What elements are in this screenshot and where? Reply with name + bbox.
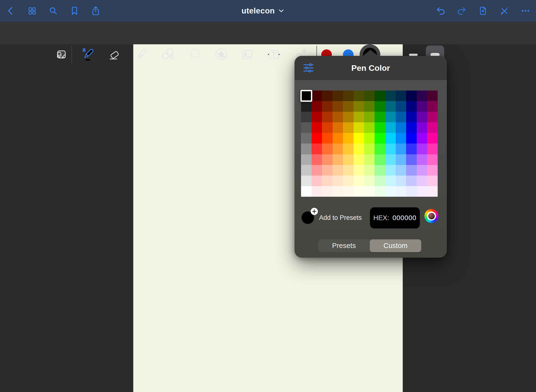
- color-swatch[interactable]: [396, 165, 406, 176]
- color-swatch[interactable]: [375, 133, 385, 144]
- color-swatch[interactable]: [301, 154, 312, 165]
- color-swatch[interactable]: [301, 186, 312, 197]
- color-swatch[interactable]: [406, 91, 417, 101]
- color-swatch[interactable]: [322, 165, 333, 176]
- color-swatch[interactable]: [385, 165, 396, 176]
- color-swatch[interactable]: [406, 165, 417, 176]
- color-swatch[interactable]: [312, 122, 322, 133]
- color-swatch[interactable]: [301, 101, 312, 112]
- color-swatch[interactable]: [343, 186, 354, 197]
- color-swatch[interactable]: [417, 91, 427, 101]
- color-swatch[interactable]: [406, 101, 417, 112]
- color-swatch[interactable]: [385, 122, 396, 133]
- color-swatch[interactable]: [396, 112, 406, 122]
- color-swatch[interactable]: [364, 101, 375, 112]
- search-button[interactable]: [47, 5, 60, 17]
- color-swatch[interactable]: [385, 144, 396, 154]
- color-swatch[interactable]: [417, 122, 427, 133]
- color-swatch[interactable]: [364, 133, 375, 144]
- color-swatch[interactable]: [322, 91, 333, 101]
- color-swatch[interactable]: [375, 165, 385, 176]
- color-swatch[interactable]: [333, 186, 343, 197]
- color-swatch[interactable]: [385, 101, 396, 112]
- color-swatch[interactable]: [312, 154, 322, 165]
- undo-button[interactable]: [434, 5, 447, 17]
- back-button[interactable]: [5, 5, 17, 17]
- color-swatch[interactable]: [396, 144, 406, 154]
- color-swatch[interactable]: [301, 165, 312, 176]
- color-swatch[interactable]: [354, 154, 364, 165]
- color-swatch[interactable]: [322, 101, 333, 112]
- color-swatch[interactable]: [343, 101, 354, 112]
- color-swatch[interactable]: [427, 154, 438, 165]
- color-swatch[interactable]: [354, 165, 364, 176]
- color-swatch[interactable]: [322, 133, 333, 144]
- stickers-tool[interactable]: [214, 47, 229, 62]
- color-swatch[interactable]: [417, 165, 427, 176]
- color-swatch[interactable]: [322, 122, 333, 133]
- color-swatch[interactable]: [427, 133, 438, 144]
- color-swatch[interactable]: [354, 91, 364, 101]
- color-swatch[interactable]: [343, 122, 354, 133]
- color-swatch[interactable]: [301, 122, 312, 133]
- color-swatch[interactable]: [312, 186, 322, 197]
- color-swatch[interactable]: [406, 144, 417, 154]
- color-swatch[interactable]: [406, 154, 417, 165]
- hex-input[interactable]: HEX: 000000: [370, 207, 420, 229]
- color-swatch[interactable]: [312, 91, 322, 101]
- eraser-tool[interactable]: [107, 47, 122, 62]
- color-swatch[interactable]: [417, 133, 427, 144]
- color-swatch[interactable]: [322, 154, 333, 165]
- document-title-menu[interactable]: utelecon: [241, 6, 284, 15]
- color-swatch[interactable]: [396, 176, 406, 186]
- color-swatch[interactable]: [343, 144, 354, 154]
- add-page-button[interactable]: [477, 5, 489, 17]
- color-swatch[interactable]: [333, 91, 343, 101]
- color-swatch[interactable]: [364, 112, 375, 122]
- color-swatch[interactable]: [427, 122, 438, 133]
- color-swatch[interactable]: [396, 154, 406, 165]
- color-swatch[interactable]: [364, 91, 375, 101]
- color-swatch[interactable]: [406, 186, 417, 197]
- color-swatch[interactable]: [364, 186, 375, 197]
- color-swatch[interactable]: [417, 186, 427, 197]
- color-swatch[interactable]: [354, 144, 364, 154]
- color-swatch[interactable]: [364, 144, 375, 154]
- page-template-tool[interactable]: [53, 47, 69, 62]
- color-swatch[interactable]: [333, 154, 343, 165]
- end-editing-button[interactable]: [498, 5, 510, 17]
- image-tool[interactable]: [239, 47, 255, 62]
- color-swatch[interactable]: [427, 112, 438, 122]
- text-tool[interactable]: [266, 47, 281, 62]
- color-swatch[interactable]: [364, 154, 375, 165]
- color-swatch[interactable]: [333, 144, 343, 154]
- color-swatch[interactable]: [301, 144, 312, 154]
- color-swatch[interactable]: [406, 133, 417, 144]
- color-swatch[interactable]: [333, 165, 343, 176]
- color-swatch[interactable]: [406, 176, 417, 186]
- color-swatch[interactable]: [312, 176, 322, 186]
- add-to-presets-button[interactable]: [311, 208, 318, 215]
- bookmark-button[interactable]: [68, 5, 81, 17]
- color-swatch[interactable]: [343, 154, 354, 165]
- color-swatch[interactable]: [385, 91, 396, 101]
- color-swatch[interactable]: [322, 144, 333, 154]
- color-swatch[interactable]: [427, 186, 438, 197]
- color-swatch[interactable]: [312, 101, 322, 112]
- color-swatch[interactable]: [396, 91, 406, 101]
- color-swatch[interactable]: [417, 176, 427, 186]
- color-swatch[interactable]: [375, 176, 385, 186]
- color-swatch[interactable]: [427, 101, 438, 112]
- tab-custom[interactable]: Custom: [370, 239, 421, 252]
- color-swatch[interactable]: [375, 186, 385, 197]
- color-swatch[interactable]: [375, 144, 385, 154]
- color-swatch[interactable]: [375, 122, 385, 133]
- color-swatch[interactable]: [385, 133, 396, 144]
- page-grid-button[interactable]: [26, 5, 38, 17]
- color-swatch[interactable]: [396, 186, 406, 197]
- highlighter-tool[interactable]: [133, 47, 149, 62]
- color-swatch[interactable]: [322, 112, 333, 122]
- color-swatch[interactable]: [343, 112, 354, 122]
- color-swatch[interactable]: [301, 176, 312, 186]
- color-swatch[interactable]: [354, 101, 364, 112]
